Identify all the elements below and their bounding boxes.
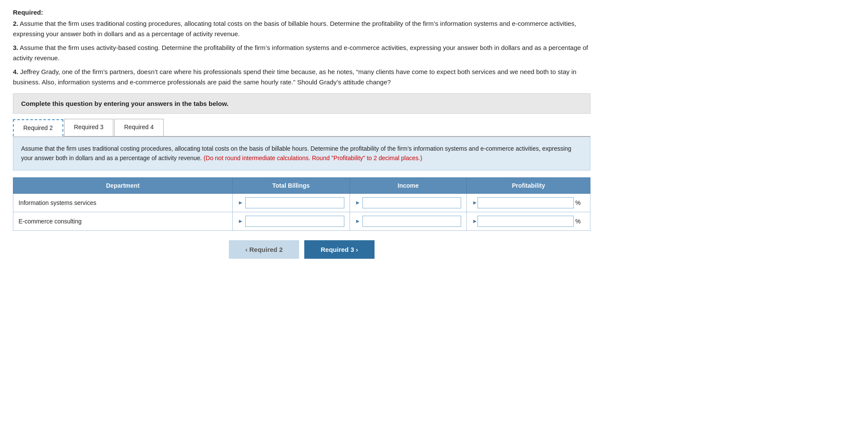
input-billings-ecommerce[interactable] xyxy=(245,216,344,227)
income-ecommerce: ► xyxy=(350,212,467,230)
nav-buttons: ‹ Required 2 Required 3 › xyxy=(13,240,590,259)
total-billings-ecommerce: ► xyxy=(232,212,350,230)
col-header-profitability: Profitability xyxy=(467,177,590,193)
data-table: Department Total Billings Income Profita… xyxy=(13,177,590,231)
table-row: Information systems services ► ► ► xyxy=(13,193,590,212)
col-header-income: Income xyxy=(350,177,467,193)
percent-symbol-1: % xyxy=(575,199,581,206)
paragraph-2: 2. Assume that the firm uses traditional… xyxy=(13,19,590,39)
arrow-icon-income-2: ► xyxy=(355,218,361,224)
input-profitability-info-systems[interactable] xyxy=(478,197,573,208)
next-button[interactable]: Required 3 › xyxy=(304,240,375,259)
dept-info-systems: Information systems services xyxy=(13,193,233,212)
arrow-icon-billings-1: ► xyxy=(238,199,244,206)
input-income-ecommerce[interactable] xyxy=(362,216,462,227)
input-income-info-systems[interactable] xyxy=(362,197,462,208)
arrow-icon-billings-2: ► xyxy=(238,218,244,224)
input-billings-info-systems[interactable] xyxy=(245,197,344,208)
total-billings-info-systems: ► xyxy=(232,193,350,212)
tab-required-2[interactable]: Required 2 xyxy=(13,119,63,136)
tab-content: Assume that the firm uses traditional co… xyxy=(13,137,590,170)
tab-required-3[interactable]: Required 3 xyxy=(64,119,114,136)
tab-required-4[interactable]: Required 4 xyxy=(114,119,164,136)
arrow-icon-profitability-1: ► xyxy=(472,199,478,206)
table-row: E-commerce consulting ► ► ► xyxy=(13,212,590,230)
instruction-banner: Complete this question by entering your … xyxy=(13,93,590,114)
tabs-row: Required 2 Required 3 Required 4 xyxy=(13,119,590,137)
content-block: 2. Assume that the firm uses traditional… xyxy=(13,19,590,87)
required-heading: Required: xyxy=(13,9,590,16)
percent-symbol-2: % xyxy=(575,218,581,225)
prev-button[interactable]: ‹ Required 2 xyxy=(229,240,299,259)
profitability-ecommerce: ► % xyxy=(467,212,590,230)
income-info-systems: ► xyxy=(350,193,467,212)
dept-ecommerce: E-commerce consulting xyxy=(13,212,233,230)
tabs-container: Required 2 Required 3 Required 4 Assume … xyxy=(13,119,590,231)
input-profitability-ecommerce[interactable] xyxy=(478,216,573,227)
profitability-info-systems: ► % xyxy=(467,193,590,212)
paragraph-4: 4. Jeffrey Grady, one of the firm’s part… xyxy=(13,67,590,87)
arrow-icon-profitability-2: ► xyxy=(472,218,478,224)
paragraph-3: 3. Assume that the firm uses activity-ba… xyxy=(13,43,590,63)
col-header-department: Department xyxy=(13,177,233,193)
arrow-icon-income-1: ► xyxy=(355,199,361,206)
col-header-total-billings: Total Billings xyxy=(232,177,350,193)
